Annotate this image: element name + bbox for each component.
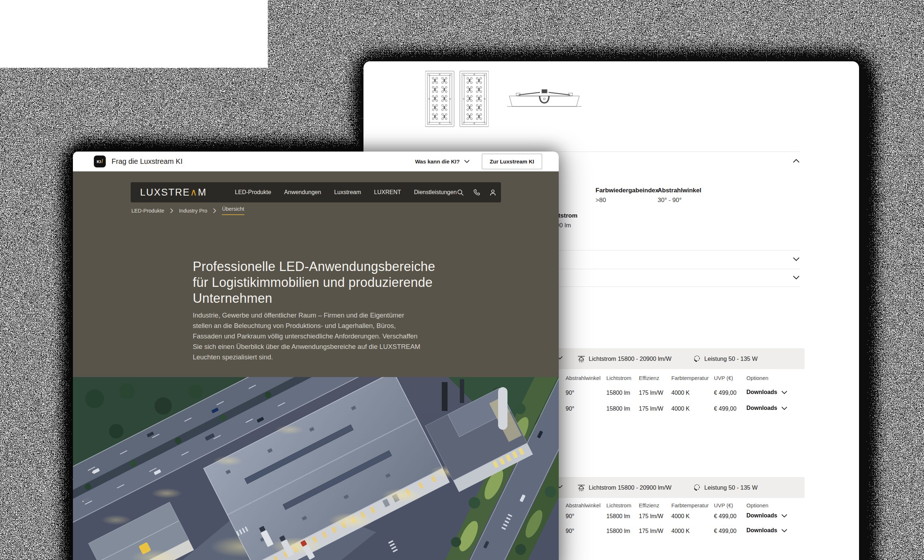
- spec-abstrahlwinkel: Abstrahlwinkel 30° - 90°: [658, 187, 701, 204]
- column-header: Optionen: [746, 375, 768, 381]
- cell-effizienz: 175 lm/W: [639, 406, 663, 412]
- ki-badge-text: KI: [97, 159, 101, 164]
- breadcrumb-led-produkte[interactable]: LED-Produkte: [131, 208, 164, 214]
- cell-abstrahlwinkel: 90°: [566, 513, 574, 520]
- spec-farbwiedergabeindex: Farbwiedergabeindex >80: [596, 187, 659, 204]
- accordion-expand-button[interactable]: [792, 255, 801, 264]
- chevron-up-icon: [793, 159, 800, 163]
- accordion-collapse-button[interactable]: [792, 156, 801, 166]
- industrial-site-illustration: [73, 377, 559, 560]
- downloads-label: Downloads: [746, 512, 777, 519]
- column-header: Farbtemperatur: [671, 375, 708, 381]
- bulb-icon: [693, 355, 701, 362]
- cell-effizienz: 175 lm/W: [639, 528, 663, 535]
- nav-item-luxstream[interactable]: Luxstream: [334, 189, 361, 196]
- cell-farbtemperatur: 4000 K: [671, 390, 690, 396]
- luminaire-side-drawing: [506, 88, 582, 109]
- cell-lichtstrom: 15800 lm: [606, 406, 630, 412]
- nav-item-led-produkte[interactable]: LED-Produkte: [235, 189, 272, 196]
- assistant-bar-title: Frag die Luxstream KI: [111, 157, 183, 166]
- hero-section: LUXSTRE∧M LED-Produkte Anwendungen Luxst…: [73, 171, 559, 560]
- hero-copy: Professionelle LED-Anwendungsbereiche fü…: [193, 259, 453, 362]
- nav-items: LED-Produkte Anwendungen Luxstream LUXRE…: [235, 189, 457, 196]
- nav-item-dienstleistungen[interactable]: Dienstleistungen: [414, 189, 457, 196]
- cell-uvp: € 499,00: [714, 528, 736, 535]
- hero-image: [73, 377, 559, 560]
- logo-text: LUXSTRE: [140, 187, 190, 198]
- highbay-lamp-icon: [577, 355, 585, 363]
- chevron-down-icon: [782, 407, 787, 410]
- spec-value: >80: [596, 197, 659, 204]
- chevron-down-icon: [782, 529, 787, 532]
- chevron-right-icon: [213, 208, 216, 213]
- badge-label: Leistung 50 - 135 W: [704, 355, 758, 362]
- cell-effizienz: 175 lm/W: [639, 513, 663, 520]
- breadcrumb-uebersicht[interactable]: Übersicht: [222, 206, 244, 215]
- cell-lichtstrom: 15800 lm: [606, 390, 630, 396]
- luxstream-logo[interactable]: LUXSTRE∧M: [140, 187, 207, 198]
- spec-value: 30° - 90°: [658, 197, 701, 204]
- downloads-dropdown[interactable]: Downloads: [746, 405, 787, 411]
- ki-badge-slash: /: [101, 158, 103, 164]
- chevron-down-icon: [464, 160, 470, 163]
- luminaire-front-drawing: [425, 70, 489, 128]
- logo-text: M: [198, 187, 207, 198]
- cell-uvp: € 499,00: [714, 406, 736, 412]
- column-header: Abstrahlwinkel: [566, 502, 601, 508]
- bulb-icon: [693, 484, 701, 491]
- chevron-right-icon: [170, 208, 173, 213]
- accordion-expand-button[interactable]: [792, 273, 801, 282]
- cell-farbtemperatur: 4000 K: [671, 528, 690, 535]
- cell-lichtstrom: 15800 lm: [606, 528, 630, 535]
- lichtstrom-badge: Lichtstrom 15800 - 20900 lm/W: [577, 355, 671, 363]
- column-header: Effizienz: [639, 375, 659, 381]
- column-header: Lichtstrom: [606, 502, 631, 508]
- zur-luxstream-ki-button[interactable]: Zur Luxstream KI: [482, 154, 542, 169]
- leistung-badge: Leistung 50 - 135 W: [693, 484, 758, 491]
- column-header: UVP (€): [714, 375, 733, 381]
- nav-item-anwendungen[interactable]: Anwendungen: [284, 189, 321, 196]
- column-header: Optionen: [746, 502, 768, 508]
- cell-abstrahlwinkel: 90°: [566, 406, 574, 412]
- phone-icon[interactable]: [473, 189, 480, 196]
- search-icon[interactable]: [457, 189, 464, 196]
- hero-paragraph: Industrie, Gewerbe und öffentlicher Raum…: [193, 310, 421, 362]
- cell-lichtstrom: 15800 lm: [606, 513, 630, 520]
- badge-label: Leistung 50 - 135 W: [704, 484, 758, 491]
- spec-label: Abstrahlwinkel: [658, 187, 701, 194]
- column-header: Lichtstrom: [606, 375, 631, 381]
- ki-logo-badge: KI/: [94, 156, 106, 168]
- chevron-down-icon: [793, 276, 800, 279]
- cell-uvp: € 499,00: [714, 513, 736, 520]
- breadcrumb-industry-pro[interactable]: Industry Pro: [179, 208, 207, 214]
- downloads-label: Downloads: [746, 405, 777, 411]
- ki-assistant-bar: KI/ Frag die Luxstream KI Was kann die K…: [73, 151, 559, 171]
- chevron-down-icon: [782, 391, 787, 394]
- menu-label: Was kann die KI?: [415, 159, 460, 165]
- nav-item-luxrent[interactable]: LUXRENT: [374, 189, 401, 196]
- logo-caret: ∧: [190, 187, 198, 198]
- cell-uvp: € 499,00: [714, 390, 736, 396]
- lichtstrom-badge: Lichtstrom 15800 - 20900 lm/W: [577, 484, 671, 492]
- main-navigation: LUXSTRE∧M LED-Produkte Anwendungen Luxst…: [130, 182, 501, 202]
- cell-abstrahlwinkel: 90°: [566, 390, 574, 396]
- column-header: UVP (€): [714, 502, 733, 508]
- was-kann-die-ki-menu[interactable]: Was kann die KI?: [415, 159, 470, 165]
- cell-abstrahlwinkel: 90°: [566, 528, 574, 535]
- cell-farbtemperatur: 4000 K: [671, 513, 690, 520]
- badge-label: Lichtstrom 15800 - 20900 lm/W: [589, 355, 671, 362]
- user-icon[interactable]: [489, 189, 496, 196]
- luxstream-site-window: KI/ Frag die Luxstream KI Was kann die K…: [73, 151, 559, 560]
- downloads-dropdown[interactable]: Downloads: [746, 389, 787, 395]
- downloads-dropdown[interactable]: Downloads: [746, 527, 787, 534]
- badge-label: Lichtstrom 15800 - 20900 lm/W: [589, 484, 671, 491]
- downloads-label: Downloads: [746, 527, 777, 534]
- spec-label: Farbwiedergabeindex: [596, 187, 659, 194]
- chevron-down-icon: [782, 514, 787, 517]
- column-header: Abstrahlwinkel: [566, 375, 601, 381]
- breadcrumb: LED-Produkte Industry Pro Übersicht: [131, 206, 244, 215]
- highbay-lamp-icon: [577, 484, 585, 492]
- column-header: Effizienz: [639, 502, 659, 508]
- downloads-dropdown[interactable]: Downloads: [746, 512, 787, 519]
- downloads-label: Downloads: [746, 389, 777, 395]
